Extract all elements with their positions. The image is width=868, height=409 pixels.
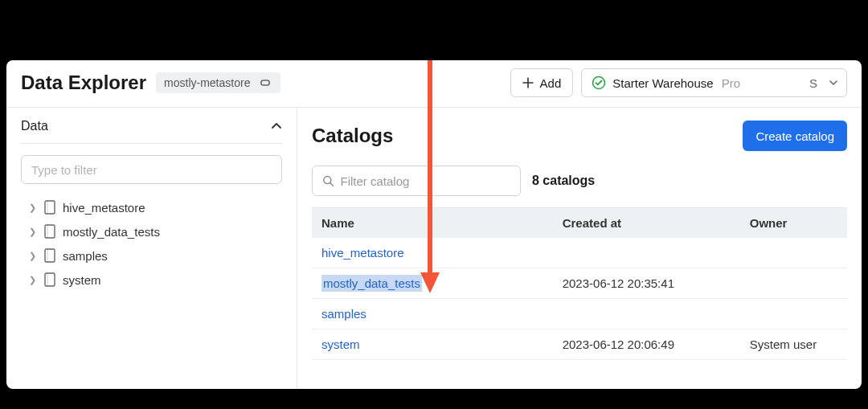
chevron-right-icon: ❯ [29,251,37,261]
catalog-link[interactable]: hive_metastore [321,246,404,260]
header: Data Explorer mostly-metastore Add Start… [6,60,862,108]
table-row: samples [312,299,847,329]
database-icon [43,272,56,287]
chevron-down-icon [829,78,838,88]
main: Catalogs Create catalog 8 catalogs Name [297,108,862,389]
table-row: hive_metastore [312,238,847,268]
cell-created-at [553,299,740,329]
add-button-label: Add [540,76,562,90]
metastore-chip[interactable]: mostly-metastore [156,72,280,93]
sidebar-tree: ❯ hive_metastore ❯ mostly_data_tests [21,195,282,292]
svg-rect-3 [45,201,55,214]
database-icon [43,248,56,263]
sidebar-item[interactable]: ❯ samples [29,243,282,268]
link-icon [258,77,272,88]
cell-created-at [553,238,740,268]
chevron-up-icon [271,121,282,132]
app-window: Data Explorer mostly-metastore Add Start… [6,60,862,389]
svg-rect-8 [47,249,48,262]
warehouse-badge: Pro [722,76,740,90]
cell-owner: System user [740,329,847,360]
svg-rect-4 [47,201,48,214]
table-row: mostly_data_tests 2023-06-12 20:35:41 [312,268,847,299]
catalogs-title: Catalogs [312,125,393,147]
filter-catalog-wrapper[interactable] [312,166,521,196]
filter-row: 8 catalogs [312,166,847,196]
catalog-count: 8 catalogs [532,174,595,188]
main-header: Catalogs Create catalog [312,121,847,151]
search-icon [322,174,334,187]
sidebar-filter-input[interactable] [21,155,282,184]
sidebar: Data ❯ hive_metastore ❯ [6,108,297,389]
warehouse-suffix: S [809,76,817,90]
col-header-name[interactable]: Name [312,208,553,239]
cell-owner [740,238,847,268]
sidebar-section-label: Data [21,119,48,133]
svg-rect-10 [47,273,48,286]
filter-catalog-input[interactable] [340,174,510,188]
page-title: Data Explorer [21,72,146,94]
create-catalog-button[interactable]: Create catalog [743,121,847,151]
svg-rect-9 [45,273,55,286]
warehouse-selector[interactable]: Starter Warehouse Pro S [581,68,847,97]
sidebar-item[interactable]: ❯ system [29,268,282,292]
svg-rect-6 [47,225,48,238]
catalog-link[interactable]: system [321,337,360,351]
sidebar-section-toggle[interactable]: Data [21,117,282,144]
body: Data ❯ hive_metastore ❯ [6,108,862,389]
catalog-link[interactable]: mostly_data_tests [321,275,422,292]
sidebar-item-label: samples [63,249,108,263]
cell-created-at: 2023-06-12 20:06:49 [553,329,740,360]
svg-rect-5 [45,225,55,238]
cell-owner [740,299,847,329]
svg-rect-7 [45,249,55,262]
sidebar-item-label: hive_metastore [63,201,145,215]
chevron-right-icon: ❯ [29,227,37,237]
check-circle-icon [592,76,606,90]
plus-icon [522,77,534,88]
warehouse-name: Starter Warehouse [612,76,713,90]
col-header-created-at[interactable]: Created at [553,208,740,239]
sidebar-item[interactable]: ❯ hive_metastore [29,195,282,219]
catalogs-table: Name Created at Owner hive_metastore mos… [312,207,847,360]
col-header-owner[interactable]: Owner [740,208,847,239]
chevron-right-icon: ❯ [29,202,37,213]
sidebar-item[interactable]: ❯ mostly_data_tests [29,219,282,243]
svg-line-12 [330,183,334,186]
add-button[interactable]: Add [510,68,574,97]
catalog-link[interactable]: samples [321,307,366,321]
table-row: system 2023-06-12 20:06:49 System user [312,329,847,360]
sidebar-item-label: mostly_data_tests [63,225,160,239]
metastore-chip-label: mostly-metastore [164,76,250,89]
cell-owner [740,268,847,299]
sidebar-item-label: system [63,273,101,287]
database-icon [43,200,56,215]
chevron-right-icon: ❯ [29,275,37,285]
database-icon [43,224,56,239]
cell-created-at: 2023-06-12 20:35:41 [553,268,740,299]
